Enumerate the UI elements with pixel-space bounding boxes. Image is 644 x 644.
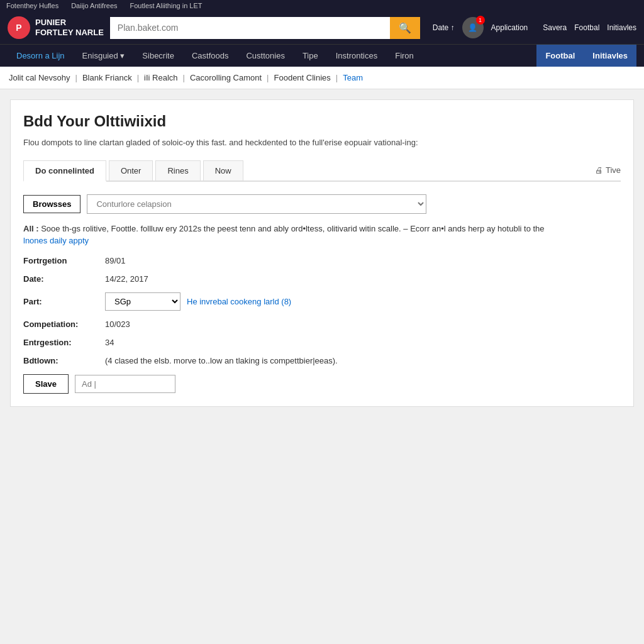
nav-item-tipe[interactable]: Tipe xyxy=(294,45,327,67)
logo-line1: PUNIER xyxy=(35,18,104,28)
header-right: Date ↑ 👤 1 Application Savera Footbal In… xyxy=(433,17,636,38)
site-header: P PUNIER FORTLEY NARLE 🔍 Date ↑ 👤 1 Appl… xyxy=(0,11,644,44)
alert-body: Sooe th-gs rolitive, Foottle. follluw er… xyxy=(41,224,544,233)
nav-item-firon[interactable]: Firon xyxy=(386,45,423,67)
label-competiation: Competiation: xyxy=(23,319,105,329)
main-content: Bdd Your Olttiwiixid Flou dompots to lin… xyxy=(10,99,634,407)
browser-tab-1[interactable]: Fotenthey Hufles xyxy=(6,2,58,9)
browser-tab-3[interactable]: Foutlest Aliithing in LET xyxy=(130,2,203,9)
logo-text: PUNIER FORTLEY NARLE xyxy=(35,18,104,37)
tab-action-label[interactable]: Tive xyxy=(606,165,621,175)
alert-prefix: All : xyxy=(23,224,39,233)
search-button[interactable]: 🔍 xyxy=(390,17,420,39)
breadcrumb-sep-5: | xyxy=(336,73,338,82)
avatar[interactable]: 👤 1 xyxy=(462,17,484,38)
label-bdtlown: Bdtlown: xyxy=(23,356,105,365)
ad-input[interactable] xyxy=(75,375,175,393)
field-competiation: Competiation: 10/023 xyxy=(23,319,621,329)
value-fortrgetion: 89/01 xyxy=(105,256,126,265)
breadcrumb-sep-3: | xyxy=(183,73,185,82)
alert-section: All : Sooe th-gs rolitive, Foottle. foll… xyxy=(23,223,621,247)
breadcrumb: Jolit cal Nevsohy | Blank Frianck | iIi … xyxy=(0,67,644,89)
initiatives-label[interactable]: Initiavles xyxy=(607,23,636,32)
breadcrumb-sep-2: | xyxy=(137,73,139,82)
nav-item-custtonies[interactable]: Custtonies xyxy=(237,45,293,67)
nav-football[interactable]: Footbal xyxy=(536,45,584,67)
tab-onter[interactable]: Onter xyxy=(109,160,153,180)
label-fortrgetion: Fortrgetion xyxy=(23,256,105,265)
nav-bar: Desorn a Lijn Enisguied Sibecrite Castfo… xyxy=(0,44,644,67)
football-label[interactable]: Footbal xyxy=(574,23,599,32)
breadcrumb-sep-1: | xyxy=(75,73,77,82)
search-input[interactable] xyxy=(110,17,390,39)
notification-badge: 1 xyxy=(476,16,485,25)
browser-tab-2[interactable]: Daiijo Antifrees xyxy=(71,2,117,9)
breadcrumb-item-1[interactable]: Jolit cal Nevsohy xyxy=(9,73,70,82)
breadcrumb-item-5[interactable]: Foodent Clinies xyxy=(274,73,331,82)
alert-link[interactable]: lnones daily appty xyxy=(23,236,89,245)
field-bdtlown: Bdtlown: (4 clased the elsb. morve to..l… xyxy=(23,356,621,365)
date-label: Date ↑ xyxy=(433,23,455,32)
tab-do-connelinted[interactable]: Do connelinted xyxy=(23,160,106,182)
field-entrgestion: Entrgestion: 34 xyxy=(23,338,621,347)
nav-right: Footbal Initiavles xyxy=(536,45,636,67)
logo-area: P PUNIER FORTLEY NARLE xyxy=(8,16,104,39)
value-bdtlown: (4 clased the elsb. morve to..low an tla… xyxy=(105,356,338,365)
breadcrumb-item-team[interactable]: Team xyxy=(343,73,363,82)
breadcrumb-item-2[interactable]: Blank Frianck xyxy=(82,73,132,82)
application-label: Application xyxy=(491,23,528,32)
part-dropdown[interactable]: SGp xyxy=(105,292,180,311)
breadcrumb-item-4[interactable]: Cacorolling Camont xyxy=(190,73,262,82)
logo-icon: P xyxy=(8,16,30,39)
tab-action: 🖨 Tive xyxy=(595,165,621,175)
field-fortrgetion: Fortrgetion 89/01 xyxy=(23,256,621,265)
nav-item-castfoods[interactable]: Castfoods xyxy=(183,45,238,67)
browse-button[interactable]: Browsses xyxy=(23,195,80,213)
label-part: Part: xyxy=(23,297,105,306)
page-subtitle: Flou dompots to line clartan gladed of s… xyxy=(23,136,621,149)
search-bar: 🔍 xyxy=(110,17,420,39)
print-icon: 🖨 xyxy=(595,165,603,175)
logo-line2: FORTLEY NARLE xyxy=(35,28,104,38)
part-link[interactable]: He invrebal cookeng larld (8) xyxy=(187,297,291,306)
field-part: Part: SGp He invrebal cookeng larld (8) xyxy=(23,292,621,311)
nav-left-link[interactable]: Desorn a Lijn xyxy=(8,45,74,67)
field-date: Date: 14/22, 2017 xyxy=(23,274,621,284)
browse-row: Browsses Conturlore celapsion xyxy=(23,194,621,214)
tabs: Do connelinted Onter Rines Now 🖨 Tive xyxy=(23,160,621,182)
nav-item-instrontices[interactable]: Instrontices xyxy=(327,45,386,67)
browser-tab-bar: Fotenthey Hufles Daiijo Antifrees Foutle… xyxy=(0,0,644,11)
label-entrgestion: Entrgestion: xyxy=(23,338,105,347)
save-label: Savera xyxy=(543,23,567,32)
nav-item-sibecrite[interactable]: Sibecrite xyxy=(133,45,183,67)
value-date: 14/22, 2017 xyxy=(105,274,148,284)
page-title: Bdd Your Olttiwiixid xyxy=(23,113,621,130)
breadcrumb-item-3[interactable]: iIi Realch xyxy=(144,73,177,82)
breadcrumb-sep-4: | xyxy=(267,73,269,82)
save-row: Slave xyxy=(23,374,621,394)
tab-rines[interactable]: Rines xyxy=(155,160,200,180)
value-entrgestion: 34 xyxy=(105,338,114,347)
tab-now[interactable]: Now xyxy=(203,160,243,180)
category-dropdown[interactable]: Conturlore celapsion xyxy=(87,194,426,214)
nav-item-enisguied[interactable]: Enisguied xyxy=(74,45,134,67)
nav-initiatives[interactable]: Initiavles xyxy=(584,45,636,67)
label-date: Date: xyxy=(23,274,105,284)
save-button[interactable]: Slave xyxy=(23,374,69,394)
form-section: Fortrgetion 89/01 Date: 14/22, 2017 Part… xyxy=(23,256,621,365)
value-competiation: 10/023 xyxy=(105,319,130,329)
part-row: SGp He invrebal cookeng larld (8) xyxy=(105,292,291,311)
